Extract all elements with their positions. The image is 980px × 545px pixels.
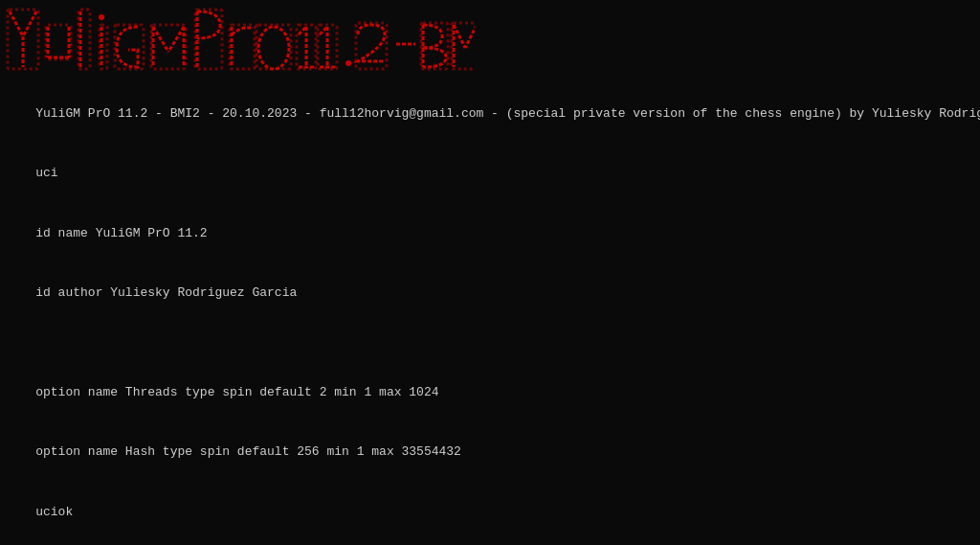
svg-line-16 <box>168 27 184 52</box>
svg-line-40 <box>465 25 475 48</box>
logo-svg <box>6 8 475 75</box>
output-line-4: id author Yuliesky Rodriguez Garcia <box>35 285 297 300</box>
output-line-5: option name Threads type spin default 2 … <box>35 385 438 399</box>
svg-point-23 <box>258 27 289 69</box>
terminal-container: YuliGM PrO 11.2 - BMI2 - 20.10.2023 - fu… <box>0 0 980 545</box>
output-line-3: id name YuliGM PrO 11.2 <box>35 226 207 240</box>
svg-line-1 <box>23 11 36 36</box>
terminal-output: YuliGM PrO 11.2 - BMI2 - 20.10.2023 - fu… <box>6 84 974 545</box>
svg-point-33 <box>345 60 351 66</box>
svg-rect-7 <box>46 25 71 59</box>
output-line-7: uciok <box>35 505 73 519</box>
svg-line-0 <box>10 11 23 36</box>
output-line-1: YuliGM PrO 11.2 - BMI2 - 20.10.2023 - fu… <box>35 106 980 121</box>
output-line-6: option name Hash type spin default 256 m… <box>35 444 461 459</box>
output-line-2: uci <box>35 166 57 180</box>
svg-rect-18 <box>151 25 186 69</box>
svg-point-11 <box>99 14 104 20</box>
svg-line-39 <box>454 25 465 48</box>
svg-line-15 <box>153 27 168 52</box>
logo-area <box>6 8 974 75</box>
